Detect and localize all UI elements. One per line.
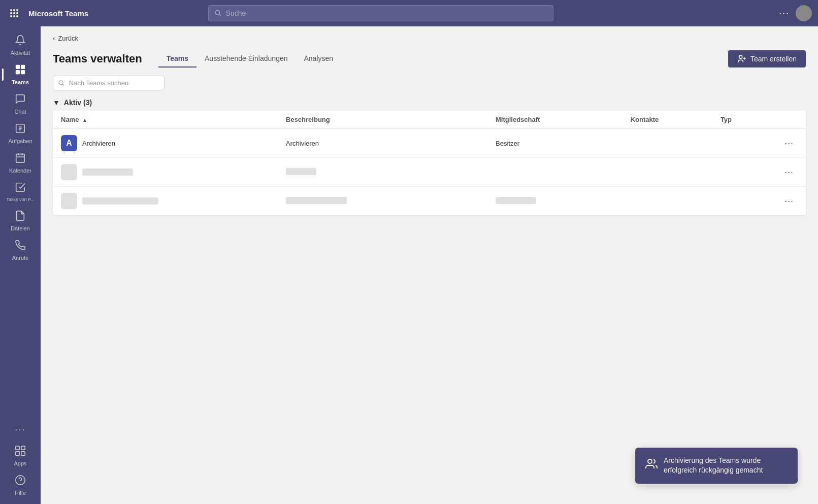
sidebar-more-button[interactable]: ···: [9, 418, 31, 441]
team-name-cell-loading2: [53, 187, 278, 216]
teams-search-input[interactable]: [69, 79, 159, 87]
team-name: Archivieren: [82, 140, 115, 147]
team-type: [712, 129, 772, 158]
skeleton-name2: [82, 197, 158, 205]
svg-point-4: [13, 12, 15, 14]
chevron-down-icon: ▼: [53, 98, 60, 107]
sidebar-label-aufgaben: Aufgaben: [8, 138, 32, 144]
create-team-button[interactable]: Team erstellen: [728, 50, 806, 68]
sidebar-item-teams[interactable]: Teams: [2, 60, 39, 89]
teams-search-box[interactable]: [53, 76, 165, 90]
svg-line-33: [62, 84, 64, 85]
sidebar-item-activity[interactable]: Aktivität: [2, 30, 39, 60]
svg-rect-24: [21, 446, 25, 450]
back-link[interactable]: ‹ Zurück: [53, 35, 78, 42]
svg-point-8: [16, 15, 18, 17]
col-contacts: Kontakte: [623, 111, 712, 129]
planner-icon: [15, 182, 26, 195]
sidebar-item-calls[interactable]: Anrufe: [2, 236, 39, 265]
skeleton-contacts2: [623, 187, 712, 216]
team-description: Archivieren: [278, 129, 487, 158]
svg-point-2: [16, 9, 18, 11]
global-search-input[interactable]: [226, 9, 547, 17]
sidebar-label-calendar: Kalender: [9, 167, 31, 174]
skeleton-type2: [712, 187, 772, 216]
grid-icon[interactable]: [6, 5, 22, 21]
main-layout: Aktivität Teams Chat: [0, 26, 818, 504]
sidebar-item-calendar[interactable]: Kalender: [2, 148, 39, 178]
sidebar-label-files: Dateien: [11, 225, 30, 231]
svg-point-5: [16, 12, 18, 14]
page-header: Teams verwalten Teams Ausstehende Einlad…: [53, 50, 806, 68]
svg-point-7: [13, 15, 15, 17]
content-area: ‹ Zurück Teams verwalten Teams Ausstehen…: [41, 26, 818, 504]
svg-point-1: [13, 9, 15, 11]
skeleton-type: [712, 158, 772, 187]
col-description: Beschreibung: [278, 111, 487, 129]
team-more-button2[interactable]: ···: [780, 194, 798, 209]
team-more-button[interactable]: ···: [780, 165, 798, 180]
svg-rect-12: [21, 65, 25, 69]
topbar-more-button[interactable]: ···: [779, 8, 790, 19]
sidebar-item-apps[interactable]: Apps: [2, 441, 39, 471]
team-name-cell-loading: [53, 158, 278, 187]
app-title: Microsoft Teams: [28, 9, 88, 18]
sidebar-item-chat[interactable]: Chat: [2, 89, 39, 119]
toast-message: Archivierung des Teams wurde erfolgreich…: [664, 456, 788, 476]
page-title: Teams verwalten: [53, 52, 142, 65]
skeleton-desc: [278, 158, 487, 187]
toast-icon: [645, 458, 658, 473]
skeleton-avatar2: [61, 193, 77, 209]
svg-point-9: [215, 11, 219, 15]
page-header-left: Teams verwalten Teams Ausstehende Einlad…: [53, 50, 341, 68]
svg-point-34: [648, 459, 652, 463]
chat-icon: [15, 93, 26, 107]
tabs: Teams Ausstehende Einladungen Analysen: [158, 50, 341, 68]
team-actions-cell: ···: [772, 129, 806, 158]
svg-rect-26: [21, 452, 25, 455]
back-label: Zurück: [58, 35, 78, 42]
table-header: Name ▲ Beschreibung Mitgliedschaft Konta…: [53, 111, 806, 129]
sidebar-label-apps: Apps: [14, 460, 26, 466]
svg-rect-19: [16, 154, 25, 163]
tab-teams[interactable]: Teams: [158, 50, 197, 68]
user-avatar[interactable]: [796, 5, 812, 21]
team-membership: Besitzer: [487, 129, 623, 158]
sidebar-item-planner[interactable]: Tasks von P...: [2, 178, 39, 206]
team-actions-cell-loading2: ···: [772, 187, 806, 216]
svg-point-0: [10, 9, 12, 11]
sidebar-label-help: Hilfe: [15, 490, 26, 496]
team-name-cell: A Archivieren: [53, 129, 278, 158]
col-type: Typ: [712, 111, 772, 129]
global-search[interactable]: [208, 5, 553, 21]
sidebar-item-tasks-aufgaben[interactable]: Aufgaben: [2, 119, 39, 148]
files-icon: [15, 210, 26, 223]
sidebar-item-help[interactable]: Hilfe: [2, 471, 39, 500]
active-section-header[interactable]: ▼ Aktiv (3): [53, 98, 806, 107]
skeleton-avatar: [61, 164, 77, 180]
sidebar-label-activity: Aktivität: [11, 50, 30, 56]
col-actions: [772, 111, 806, 129]
aufgaben-icon: [15, 123, 26, 136]
topbar-right: ···: [779, 5, 812, 21]
svg-rect-25: [16, 452, 19, 455]
skeleton-membership: [487, 158, 623, 187]
svg-point-29: [739, 55, 742, 58]
col-name[interactable]: Name ▲: [53, 111, 278, 129]
skeleton-contacts: [623, 158, 712, 187]
col-membership: Mitgliedschaft: [487, 111, 623, 129]
activity-icon: [15, 35, 26, 48]
toast-notification: Archivierung des Teams wurde erfolgreich…: [635, 448, 798, 484]
svg-rect-23: [16, 446, 19, 450]
svg-point-32: [59, 80, 63, 84]
tab-analytics[interactable]: Analysen: [296, 50, 341, 68]
table-row: ···: [53, 158, 806, 187]
team-more-button[interactable]: ···: [780, 136, 798, 151]
svg-point-27: [16, 476, 25, 485]
tab-pending[interactable]: Ausstehende Einladungen: [197, 50, 296, 68]
svg-rect-11: [16, 65, 20, 69]
sidebar: Aktivität Teams Chat: [0, 26, 41, 504]
calendar-icon: [15, 152, 26, 165]
svg-point-3: [10, 12, 12, 14]
sidebar-item-files[interactable]: Dateien: [2, 206, 39, 236]
